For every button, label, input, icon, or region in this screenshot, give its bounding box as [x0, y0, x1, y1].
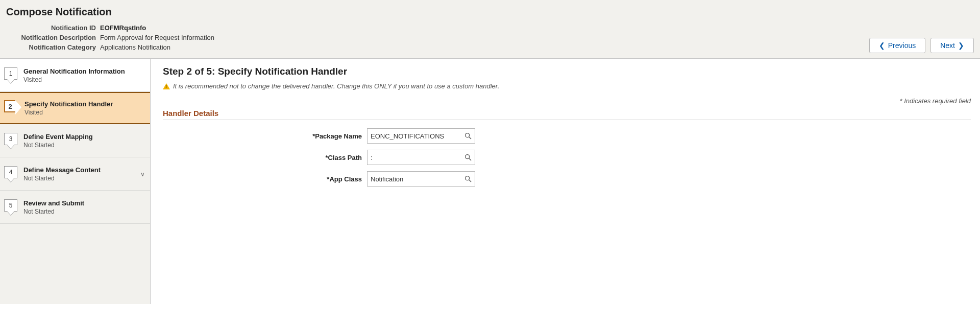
step-title: Specify Notification Handler	[24, 100, 113, 108]
step-heading: Step 2 of 5: Specify Notification Handle…	[163, 66, 971, 77]
svg-line-3	[469, 158, 471, 160]
meta-desc-label: Notification Description	[6, 33, 98, 42]
svg-line-1	[469, 137, 471, 139]
step-sidebar: 1 General Notification Information Visit…	[0, 59, 151, 304]
meta-id-label: Notification ID	[6, 23, 98, 33]
step-number: 1	[4, 67, 17, 80]
app-class-input[interactable]	[367, 171, 475, 187]
step-title: Define Message Content	[23, 166, 101, 174]
step-text: General Notification Information Visited	[23, 67, 125, 83]
layout: 1 General Notification Information Visit…	[0, 59, 980, 304]
step-item-5[interactable]: 5 Review and Submit Not Started	[0, 191, 150, 224]
step-item-1[interactable]: 1 General Notification Information Visit…	[0, 59, 150, 92]
lookup-icon[interactable]	[464, 153, 472, 161]
svg-point-2	[465, 155, 470, 159]
step-text: Specify Notification Handler Visited	[24, 100, 113, 116]
lookup-icon[interactable]	[464, 132, 472, 140]
package-name-label: *Package Name	[163, 132, 367, 140]
required-note: * Indicates required field	[163, 97, 971, 105]
step-title: Define Event Mapping	[23, 133, 93, 141]
step-status: Not Started	[23, 208, 84, 215]
step-title: Review and Submit	[23, 199, 84, 207]
previous-button[interactable]: ❮ Previous	[869, 38, 925, 53]
meta-cat-label: Notification Category	[6, 42, 98, 52]
chevron-down-icon[interactable]: ∨	[140, 171, 145, 178]
form-row-appclass: *App Class	[163, 171, 971, 187]
form-row-package: *Package Name	[163, 128, 971, 144]
step-badge-4: 4	[4, 166, 18, 181]
step-item-4[interactable]: 4 Define Message Content Not Started ∨	[0, 157, 150, 191]
svg-point-4	[465, 176, 470, 180]
step-text: Review and Submit Not Started	[23, 199, 84, 215]
step-item-2[interactable]: 2 Specify Notification Handler Visited	[0, 92, 150, 124]
step-item-3[interactable]: 3 Define Event Mapping Not Started	[0, 124, 150, 157]
main-content: Step 2 of 5: Specify Notification Handle…	[151, 59, 980, 304]
step-status: Visited	[23, 76, 125, 83]
form-row-classpath: *Class Path	[163, 150, 971, 165]
step-status: Not Started	[23, 175, 101, 182]
next-button[interactable]: Next ❯	[930, 38, 974, 53]
meta-cat-value: Applications Notification	[98, 42, 216, 52]
next-button-label: Next	[940, 41, 955, 50]
meta-table: Notification ID EOFMRqstInfo Notificatio…	[6, 23, 216, 52]
class-path-label: *Class Path	[163, 154, 367, 161]
svg-point-0	[465, 133, 470, 137]
class-path-input[interactable]	[367, 150, 475, 165]
warning-icon	[163, 83, 170, 89]
chevron-left-icon: ❮	[879, 42, 885, 49]
step-status: Not Started	[23, 142, 93, 149]
lookup-icon[interactable]	[464, 175, 472, 183]
previous-button-label: Previous	[888, 41, 916, 50]
step-badge-3: 3	[4, 133, 18, 148]
page-title: Compose Notification	[6, 6, 974, 18]
step-text: Define Event Mapping Not Started	[23, 133, 93, 149]
step-badge-2: 2	[4, 100, 19, 113]
step-number: 3	[4, 133, 17, 145]
meta-id-value: EOFMRqstInfo	[98, 23, 216, 33]
step-number: 2	[4, 100, 15, 112]
chevron-right-icon: ❯	[958, 42, 964, 49]
package-name-input-wrap	[367, 128, 475, 144]
step-number: 5	[4, 199, 17, 212]
package-name-input[interactable]	[367, 128, 475, 144]
info-text: It is recommended not to change the deli…	[173, 82, 499, 90]
meta-desc-value: Form Approval for Request Information	[98, 33, 216, 42]
class-path-input-wrap	[367, 150, 475, 165]
step-text: Define Message Content Not Started	[23, 166, 101, 182]
step-badge-1: 1	[4, 67, 18, 83]
info-line: It is recommended not to change the deli…	[163, 82, 971, 90]
step-badge-5: 5	[4, 199, 18, 215]
step-status: Visited	[24, 109, 113, 116]
step-number: 4	[4, 166, 17, 178]
app-class-label: *App Class	[163, 175, 367, 183]
svg-line-5	[469, 180, 471, 182]
section-title: Handler Details	[163, 109, 971, 120]
app-class-input-wrap	[367, 171, 475, 187]
nav-buttons: ❮ Previous Next ❯	[869, 38, 974, 53]
step-title: General Notification Information	[23, 67, 125, 75]
header: Compose Notification Notification ID EOF…	[0, 0, 980, 59]
